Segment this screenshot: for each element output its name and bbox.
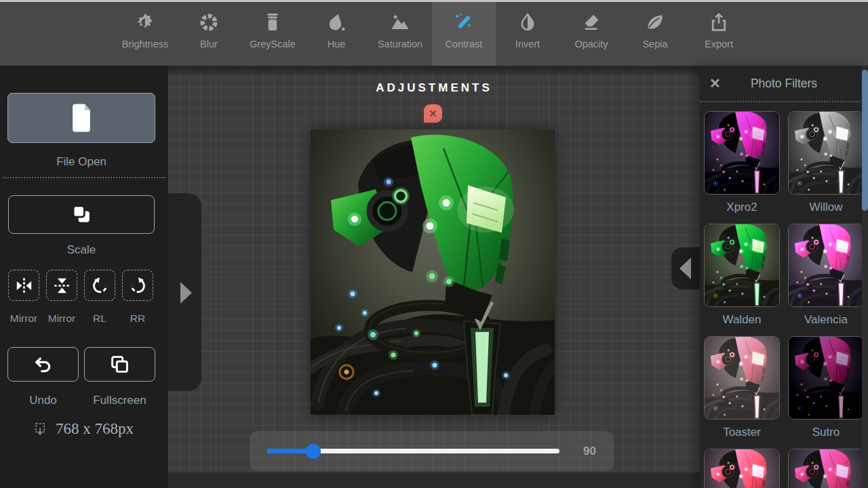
filter-name: Toaster (723, 426, 761, 440)
filter-thumbnail (704, 224, 780, 307)
adjustments-close-button[interactable]: ✕ (424, 104, 442, 123)
filters-scrollbar-track[interactable] (862, 66, 868, 488)
transform-labels-row: Mirror Mirror RL RR (5, 312, 157, 325)
toolbar-item-blur[interactable]: Blur (177, 2, 241, 66)
scale-button[interactable] (8, 195, 155, 234)
dimensions-text: 768 x 768px (56, 420, 134, 438)
filter-name: Sutro (812, 426, 840, 440)
toolbar-item-label: Contrast (446, 39, 483, 49)
toolbar-item-label: Brightness (122, 39, 169, 49)
filter-item-8[interactable] (788, 449, 864, 488)
undo-button[interactable] (7, 347, 79, 382)
filter-thumbnail (788, 449, 864, 488)
blur-icon (199, 12, 219, 33)
slider-thumb[interactable] (306, 444, 321, 459)
mirror-horizontal-button[interactable] (8, 270, 39, 301)
magic-wand-icon (454, 12, 474, 33)
fullscreen-label: Fullscreen (84, 394, 155, 407)
slider-value: 90 (578, 445, 596, 458)
close-filters-icon[interactable]: ✕ (709, 75, 726, 92)
undo-label: Undo (7, 394, 79, 407)
filters-scrollbar-thumb[interactable] (862, 70, 868, 211)
mirror-vertical-button[interactable] (46, 270, 77, 301)
filter-item-toaster[interactable]: Toaster (704, 336, 780, 440)
filter-toolbar: Brightness Blur GreyScale Hue Saturation… (0, 2, 868, 66)
contrast-slider[interactable] (267, 449, 559, 453)
filters-panel-tab (671, 247, 700, 289)
transform-buttons-row (8, 270, 153, 301)
photo-filters-header: ✕ Photo Filters (700, 66, 868, 102)
rotate-right-button[interactable] (122, 270, 153, 301)
filter-name: Walden (722, 313, 761, 327)
filter-item-walden[interactable]: Walden (704, 224, 780, 327)
undo-icon (33, 354, 53, 374)
toolbar-item-opacity[interactable]: Opacity (559, 2, 623, 66)
filter-name: Valencia (804, 313, 848, 327)
toolbar-item-contrast[interactable]: Contrast (432, 2, 496, 66)
toolbar-item-label: Opacity (574, 39, 608, 49)
leaf-icon (645, 12, 665, 33)
toolbar-item-saturation[interactable]: Saturation (368, 2, 432, 66)
filter-thumbnail (788, 224, 864, 307)
filter-item-valencia[interactable]: Valencia (788, 224, 864, 327)
rotate-right-icon (129, 277, 147, 295)
tools-sidebar: File Open Scale Mirror Mirror RL RR (0, 66, 168, 488)
toolbar-item-label: Export (705, 39, 733, 49)
robot-image (311, 129, 555, 415)
image-dimensions: 768 x 768px (0, 420, 168, 438)
fullscreen-icon (110, 354, 130, 374)
toolbar-item-label: Saturation (378, 39, 422, 49)
greyscale-icon (262, 12, 283, 33)
mirror-vertical-label: Mirror (43, 312, 81, 325)
sidebar-divider (3, 177, 165, 178)
invert-icon (517, 12, 538, 33)
rotate-left-label: RL (81, 312, 119, 325)
adjustments-panel-title: ADJUSTMENTS (168, 81, 700, 95)
filter-item-sutro[interactable]: Sutro (788, 336, 864, 440)
brightness-icon (135, 12, 155, 33)
rotate-left-button[interactable] (84, 270, 115, 301)
mirror-vertical-icon (53, 277, 71, 295)
editor-canvas: ADJUSTMENTS ✕ 90 (168, 66, 700, 472)
filter-item-xpro2[interactable]: Xpro2 (704, 111, 780, 215)
collapse-filters-arrow-icon[interactable] (679, 258, 691, 279)
file-open-button[interactable] (7, 93, 155, 143)
filter-thumbnail (704, 336, 780, 420)
expand-sidebar-arrow-icon[interactable] (180, 282, 192, 304)
photo-filters-panel: ✕ Photo Filters Xpro2 Willow Walden (700, 66, 868, 488)
filter-thumbnail (788, 111, 864, 195)
mirror-horizontal-label: Mirror (5, 312, 43, 325)
export-icon (709, 12, 729, 33)
toolbar-item-greyscale[interactable]: GreyScale (241, 2, 304, 66)
toolbar-item-label: Invert (515, 39, 540, 49)
photo-filters-title: Photo Filters (726, 77, 859, 91)
opacity-icon (581, 12, 601, 33)
scale-label: Scale (0, 243, 163, 257)
toolbar-item-hue[interactable]: Hue (304, 2, 368, 66)
filter-thumbnail (788, 336, 864, 420)
toolbar-item-label: Hue (328, 39, 346, 49)
filter-item-willow[interactable]: Willow (788, 111, 864, 215)
canvas-bottom-strip (168, 472, 700, 488)
toolbar-item-export[interactable]: Export (687, 2, 751, 66)
scale-icon (71, 205, 92, 225)
filter-name: Willow (809, 201, 842, 215)
filter-name: Xpro2 (726, 201, 757, 215)
toolbar-item-sepia[interactable]: Sepia (623, 2, 687, 66)
saturation-icon (390, 12, 410, 33)
hue-icon (326, 12, 347, 33)
filter-item-7[interactable] (704, 449, 780, 488)
toolbar-item-invert[interactable]: Invert (496, 2, 559, 66)
edited-image (311, 129, 555, 415)
selection-size-icon (35, 422, 49, 436)
photo-editor-app: Brightness Blur GreyScale Hue Saturation… (0, 0, 868, 488)
contrast-slider-panel: 90 (250, 431, 614, 471)
toolbar-item-label: GreyScale (250, 39, 296, 49)
rotate-left-icon (91, 277, 109, 295)
filter-thumbnail (704, 111, 780, 195)
toolbar-item-label: Sepia (642, 39, 667, 49)
fullscreen-button[interactable] (84, 347, 155, 382)
toolbar-item-brightness[interactable]: Brightness (113, 2, 177, 66)
file-open-label: File Open (0, 155, 163, 169)
mirror-horizontal-icon (15, 277, 33, 295)
